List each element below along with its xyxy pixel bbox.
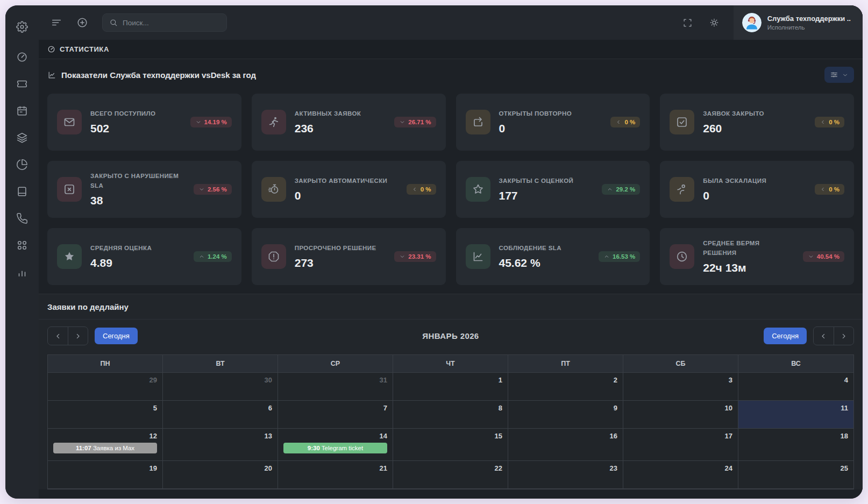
search-box[interactable] bbox=[102, 13, 227, 32]
gear-icon bbox=[16, 21, 28, 33]
stat-card-value: 273 bbox=[295, 257, 386, 269]
calendar-day-cell[interactable]: 22 bbox=[393, 461, 508, 489]
calendar-day-cell[interactable]: 7 bbox=[278, 401, 393, 429]
calendar-day-cell[interactable]: 4 bbox=[738, 373, 853, 401]
trend-value: 29.2 % bbox=[616, 186, 635, 193]
event-title: Telegram ticket bbox=[322, 445, 363, 451]
calendar-day-cell[interactable]: 20 bbox=[163, 461, 278, 489]
calendar-day-cell[interactable]: 19 bbox=[48, 461, 163, 489]
calendar-day-cell[interactable]: 15 bbox=[393, 429, 508, 461]
stat-card-label: ПРОСРОЧЕНО РЕШЕНИЕ bbox=[295, 244, 386, 253]
stat-card-value: 22ч 13м bbox=[703, 261, 794, 274]
sidebar-item-dashboard[interactable] bbox=[11, 46, 33, 68]
calendar-day-cell[interactable]: 6 bbox=[163, 401, 278, 429]
calendar-day-cell[interactable]: 8 bbox=[393, 401, 508, 429]
calendar-day-cell[interactable]: 1 bbox=[393, 373, 508, 401]
trend-value: 1.24 % bbox=[208, 253, 227, 260]
calendar-day-cell[interactable]: 10 bbox=[623, 401, 738, 429]
chevron-left-icon bbox=[820, 119, 826, 125]
calendar-day-cell[interactable]: 21 bbox=[278, 461, 393, 489]
star-filled-icon bbox=[63, 250, 76, 263]
stat-card-label: АКТИВНЫХ ЗАЯВОК bbox=[295, 109, 386, 119]
calendar-day-cell[interactable]: 25 bbox=[738, 461, 853, 489]
stat-card-icon-tile bbox=[466, 244, 490, 269]
prev-month-button[interactable] bbox=[48, 327, 68, 345]
trend-value: 0 % bbox=[421, 186, 431, 193]
day-number: 23 bbox=[514, 464, 617, 472]
calendar-event-chip[interactable]: 11:07 Заявка из Max bbox=[53, 443, 157, 453]
trend-badge: 0 % bbox=[610, 117, 640, 127]
topbar-left bbox=[51, 13, 227, 32]
stats-cards-grid: ВСЕГО ПОСТУПИЛО50214.19 %АКТИВНЫХ ЗАЯВОК… bbox=[47, 94, 854, 285]
chevron-left-icon bbox=[54, 332, 62, 340]
day-number: 31 bbox=[283, 376, 387, 384]
next-month-button[interactable] bbox=[834, 327, 853, 345]
calendar-day-cell[interactable]: 11 bbox=[738, 401, 853, 429]
sidebar-item-calls[interactable] bbox=[11, 208, 33, 229]
sidebar-item-reports[interactable] bbox=[11, 154, 33, 175]
stat-card-icon-tile bbox=[57, 177, 82, 202]
check-square-icon bbox=[675, 116, 688, 129]
stats-title: Показатели Служба техподдержки vsDesk за… bbox=[61, 70, 256, 80]
day-number: 14 bbox=[283, 432, 387, 440]
calendar-day-cell[interactable]: 2 bbox=[508, 373, 623, 401]
calendar-day-cell[interactable]: 24 bbox=[623, 461, 738, 489]
calendar-event-chip[interactable]: 9:30 Telegram ticket bbox=[283, 443, 387, 453]
calendar-day-cell[interactable]: 31 bbox=[278, 373, 393, 401]
chevron-left-icon bbox=[615, 119, 622, 125]
chevron-up-icon bbox=[198, 253, 205, 260]
stat-card: ПРОСРОЧЕНО РЕШЕНИЕ27323.31 % bbox=[252, 228, 446, 285]
calendar-day-cell[interactable]: 23 bbox=[508, 461, 623, 489]
today-button[interactable]: Сегодня bbox=[95, 328, 138, 344]
stat-card-icon-tile bbox=[670, 110, 694, 134]
day-number: 13 bbox=[168, 432, 272, 440]
calendar-day-cell[interactable]: 149:30 Telegram ticket bbox=[278, 429, 393, 461]
stat-card-icon-tile bbox=[57, 110, 82, 134]
calendar-day-cell[interactable]: 30 bbox=[163, 373, 278, 401]
day-number: 25 bbox=[744, 464, 848, 472]
day-number: 17 bbox=[629, 432, 732, 440]
event-title: Заявка из Max bbox=[93, 445, 134, 451]
search-input[interactable] bbox=[123, 19, 220, 27]
chevron-right-icon bbox=[74, 332, 82, 340]
stat-card: ЗАКРЫТО АВТОМАТИЧЕСКИ00 % bbox=[252, 161, 446, 218]
day-number: 16 bbox=[514, 432, 617, 440]
day-number: 24 bbox=[629, 464, 732, 472]
plus-circle-icon[interactable] bbox=[76, 17, 88, 29]
book-icon bbox=[16, 186, 28, 197]
hamburger-icon[interactable] bbox=[51, 17, 62, 29]
calendar-day-cell[interactable]: 9 bbox=[508, 401, 623, 429]
calendar-day-cell[interactable]: 3 bbox=[623, 373, 738, 401]
prev-month-button[interactable] bbox=[814, 327, 834, 345]
sidebar-item-analytics[interactable] bbox=[11, 261, 33, 283]
main-area: Служба техподдержки .. Исполнитель СТАТИ… bbox=[39, 5, 863, 499]
stats-filter-button[interactable] bbox=[824, 67, 854, 83]
sidebar-item-journal[interactable] bbox=[11, 181, 33, 202]
calendar-day-cell[interactable]: 16 bbox=[508, 429, 623, 461]
sun-icon[interactable] bbox=[709, 17, 720, 28]
calendar-day-cell[interactable]: 18 bbox=[738, 429, 853, 461]
sidebar-item-calendar[interactable] bbox=[11, 100, 33, 122]
sidebar-item-layers[interactable] bbox=[11, 127, 33, 148]
person-icon bbox=[675, 183, 688, 196]
today-button[interactable]: Сегодня bbox=[764, 328, 807, 344]
day-number: 12 bbox=[53, 432, 157, 440]
calendar-table: ПНВТСРЧТПТСБВС29303112345678910111211:07… bbox=[47, 354, 854, 489]
user-menu[interactable]: Служба техподдержки .. Исполнитель bbox=[734, 5, 863, 40]
stat-card-value: 4.89 bbox=[90, 257, 185, 269]
calendar-day-cell[interactable]: 29 bbox=[48, 373, 163, 401]
sidebar-item-tickets[interactable] bbox=[11, 73, 33, 95]
avatar bbox=[742, 13, 762, 32]
day-number: 8 bbox=[399, 404, 502, 412]
next-month-button[interactable] bbox=[68, 327, 88, 345]
sidebar-item-apps[interactable] bbox=[11, 235, 33, 256]
fullscreen-icon[interactable] bbox=[682, 18, 693, 28]
chevron-down-icon bbox=[399, 119, 405, 125]
calendar-day-cell[interactable]: 17 bbox=[623, 429, 738, 461]
calendar-day-cell[interactable]: 13 bbox=[163, 429, 278, 461]
sidebar-item-settings[interactable] bbox=[11, 16, 33, 38]
topbar-right: Служба техподдержки .. Исполнитель bbox=[682, 5, 863, 40]
calendar-day-cell[interactable]: 5 bbox=[48, 401, 163, 429]
stat-card: СОБЛЮДЕНИЕ SLA45.62 %16.53 % bbox=[456, 228, 650, 285]
calendar-day-cell[interactable]: 1211:07 Заявка из Max bbox=[48, 429, 163, 461]
